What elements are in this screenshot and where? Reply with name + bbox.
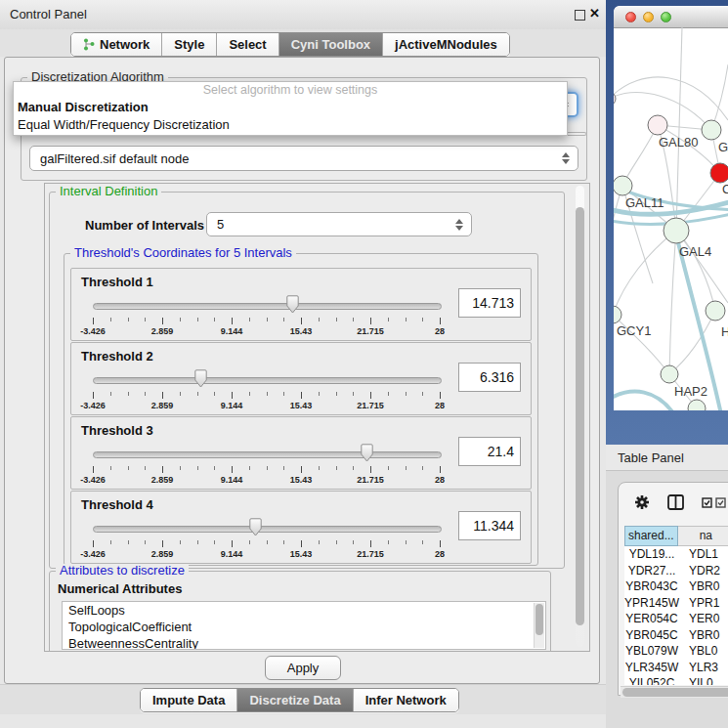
slider-tick — [214, 392, 215, 396]
float-panel-icon[interactable] — [575, 10, 585, 21]
attribute-list-item[interactable]: SelfLoops — [63, 602, 545, 619]
network-node-label: GA — [718, 140, 728, 154]
table-cell: YBL0 — [679, 643, 728, 660]
slider-tick — [388, 540, 389, 544]
slider-thumb[interactable] — [194, 369, 207, 388]
network-edge[interactable] — [614, 77, 728, 120]
number-of-intervals-value: 5 — [217, 217, 224, 232]
network-edge[interactable] — [622, 125, 658, 186]
slider-tick-label: -3.426 — [80, 401, 106, 410]
threshold-3-slider[interactable]: -3.4262.8599.14415.4321.71528 — [93, 443, 440, 488]
slider-tick — [422, 540, 423, 544]
threshold-4-slider[interactable]: -3.4262.8599.14415.4321.71528 — [93, 517, 440, 562]
slider-track[interactable] — [93, 377, 442, 384]
network-node-ga[interactable] — [702, 120, 721, 140]
minimize-window-icon[interactable] — [643, 12, 654, 22]
tab-jactivemnodules[interactable]: jActiveMNodules — [382, 33, 509, 56]
tab-style[interactable]: Style — [161, 33, 216, 56]
table-horizontal-scrollbar[interactable] — [621, 686, 728, 698]
tab-infer-network[interactable]: Infer Network — [353, 689, 458, 711]
slider-thumb[interactable] — [249, 518, 262, 536]
zoom-window-icon[interactable] — [661, 12, 671, 22]
table-row[interactable]: YBR043CYBR0 — [624, 578, 728, 595]
slider-thumb[interactable] — [361, 444, 373, 462]
network-node-gal4[interactable] — [664, 218, 689, 243]
tab-impute-data[interactable]: Impute Data — [141, 689, 236, 711]
tab-label: Discretize Data — [249, 693, 340, 707]
network-node-gcy1[interactable] — [614, 306, 621, 323]
column-header-2[interactable]: na — [678, 526, 728, 546]
network-edge-weighted[interactable] — [614, 392, 674, 410]
table-cell: YBR0 — [679, 627, 728, 644]
settings-scrollbar[interactable] — [576, 186, 584, 647]
dropdown-option-equal-width[interactable]: Equal Width/Frequency Discretization — [14, 116, 567, 134]
close-panel-icon[interactable]: ✕ — [589, 6, 600, 21]
table-data-combobox[interactable]: galFiltered.sif default node — [29, 146, 578, 171]
select-columns-icon[interactable] — [702, 497, 726, 508]
slider-track[interactable] — [93, 303, 442, 310]
threshold-1-value-field[interactable]: 14.713 — [458, 288, 521, 318]
table-row[interactable]: YIL052CYIL0 — [624, 675, 728, 685]
table-cell: YLR345W — [624, 660, 679, 676]
slider-thumb[interactable] — [286, 295, 299, 314]
network-node-gal80[interactable] — [648, 115, 667, 135]
table-cell: YBR043C — [624, 578, 679, 595]
network-node-c[interactable] — [710, 163, 728, 183]
threshold-3-value-field[interactable]: 21.4 — [458, 437, 521, 466]
network-node-label: GAL11 — [625, 195, 664, 210]
table-row[interactable]: YBL079WYBL0 — [624, 643, 728, 660]
panel-title: Control Panel — [10, 7, 87, 21]
number-of-intervals-combobox[interactable]: 5 — [206, 212, 472, 236]
table-row[interactable]: YBR045CYBR0 — [624, 627, 728, 644]
slider-tick — [249, 318, 250, 321]
threshold-2-value-field[interactable]: 6.316 — [458, 363, 521, 392]
gear-icon[interactable] — [634, 494, 650, 510]
network-edge[interactable] — [614, 231, 676, 315]
threshold-label: Threshold 2 — [81, 349, 153, 364]
numerical-attributes-list[interactable]: SelfLoopsTopologicalCoefficientBetweenne… — [62, 601, 546, 650]
tab-label: jActiveMNodules — [395, 37, 497, 52]
network-edge[interactable] — [614, 186, 622, 254]
threshold-1-slider[interactable]: -3.4262.8599.14415.4321.71528 — [93, 294, 440, 339]
tab-select[interactable]: Select — [216, 33, 278, 56]
attribute-list-item[interactable]: BetweennessCentrality — [63, 635, 545, 650]
network-edge[interactable] — [669, 231, 676, 374]
network-node-hap2[interactable] — [661, 365, 678, 383]
network-window-titlebar[interactable] — [614, 6, 728, 28]
column-layout-icon[interactable] — [667, 494, 684, 510]
slider-tick — [336, 466, 337, 470]
table-row[interactable]: YPR145WYPR1 — [624, 595, 728, 612]
network-node-label: GAL4 — [679, 244, 711, 259]
table-row[interactable]: YDR27...YDR2 — [624, 563, 728, 579]
slider-track[interactable] — [93, 526, 442, 533]
slider-tick — [93, 392, 94, 399]
list-scrollbar[interactable] — [534, 603, 544, 648]
network-canvas[interactable]: GAL80GACGAL11GAL4GCY1HHAP2 — [614, 27, 728, 410]
threshold-2-slider[interactable]: -3.4262.8599.14415.4321.71528 — [93, 368, 440, 413]
slider-tick-label: -3.426 — [80, 475, 106, 485]
tab-discretize-data[interactable]: Discretize Data — [236, 689, 352, 711]
network-node-gal11[interactable] — [614, 176, 632, 195]
network-window[interactable]: GAL80GACGAL11GAL4GCY1HHAP2 — [614, 6, 728, 410]
slider-track[interactable] — [93, 451, 442, 458]
slider-tick — [370, 540, 371, 547]
table-cell: YIL052C — [624, 675, 679, 685]
apply-button[interactable]: Apply — [265, 656, 341, 680]
slider-tick — [406, 392, 407, 396]
table-data-value: galFiltered.sif default node — [40, 151, 189, 166]
close-window-icon[interactable] — [625, 12, 636, 22]
table-panel-body: shared...na YDL19...YDL1YDR27...YDR2YBR0… — [618, 482, 728, 696]
table-row[interactable]: YER054CYER0 — [624, 611, 728, 627]
dropdown-option-manual[interactable]: Manual Discretization — [14, 99, 567, 116]
network-edge[interactable] — [676, 27, 682, 231]
network-node-h[interactable] — [706, 301, 725, 321]
network-edge[interactable] — [676, 231, 715, 311]
dropdown-placeholder-item[interactable]: Select algorithm to view settings — [14, 82, 567, 99]
tab-cyni-toolbox[interactable]: Cyni Toolbox — [278, 33, 382, 56]
table-row[interactable]: YLR345WYLR3 — [624, 660, 728, 676]
threshold-4-value-field[interactable]: 11.344 — [458, 511, 521, 540]
tab-network[interactable]: Network — [71, 33, 161, 56]
table-row[interactable]: YDL19...YDL1 — [624, 546, 728, 563]
column-header-1[interactable]: shared... — [624, 526, 678, 546]
attribute-list-item[interactable]: TopologicalCoefficient — [63, 619, 545, 635]
